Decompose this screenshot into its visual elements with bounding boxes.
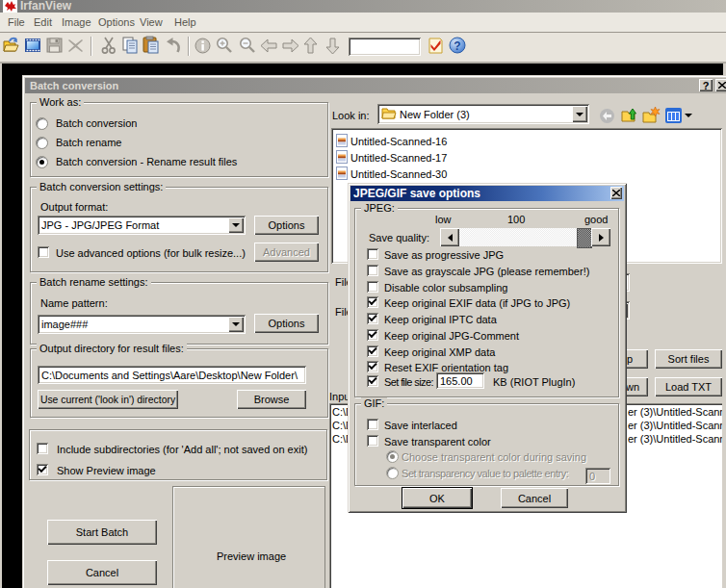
svg-text:?: ? (454, 39, 460, 53)
